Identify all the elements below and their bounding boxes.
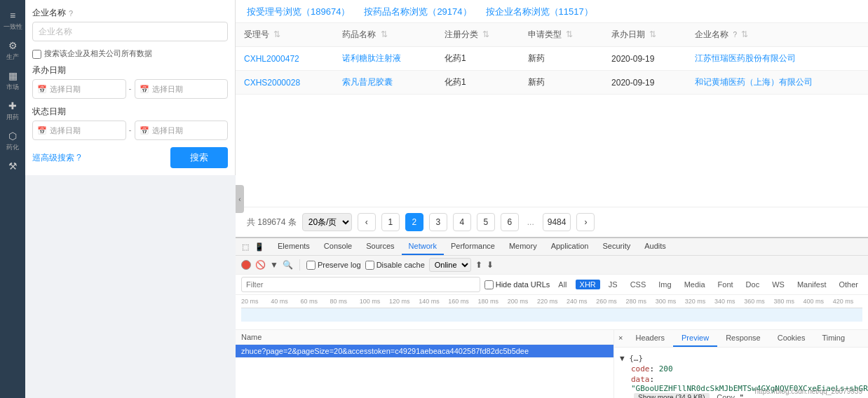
sidebar-item-chemical[interactable]: ⬡ 药化 <box>0 126 25 156</box>
company-name-group: 企业名称 ? <box>32 7 228 41</box>
related-company-checkbox[interactable] <box>32 50 41 59</box>
detail-tab-preview[interactable]: Preview <box>673 330 717 347</box>
page-size-select[interactable]: 20条/页 <box>302 213 352 231</box>
sort-icon-company[interactable]: ⇅ <box>741 29 748 39</box>
cell-company-1: 和记黄埔医药（上海）有限公司 <box>686 71 868 95</box>
search-icon[interactable]: 🔍 <box>283 260 293 270</box>
receipt-link-0[interactable]: CXHL2000472 <box>244 54 299 64</box>
json-line-3: data: "GBooUEZHFllNR0dcSkMJbEMTSw4GXgNQV… <box>631 374 862 398</box>
sidebar-item-production[interactable]: ⚙ 生产 <box>0 36 25 66</box>
detail-tab-headers[interactable]: Headers <box>627 330 673 347</box>
type-btn-css[interactable]: CSS <box>626 280 651 289</box>
related-company-checkbox-row: 搜索该企业及相关公司所有数据 <box>32 48 228 59</box>
show-more-button[interactable]: Show more (34.9 KB) <box>634 393 710 398</box>
filter-icon[interactable]: ▼ <box>270 260 278 270</box>
preserve-log-checkbox[interactable] <box>306 261 316 270</box>
handle-date-end[interactable]: 📅 选择日期 <box>135 79 229 99</box>
page-btn-4[interactable]: 4 <box>453 213 471 231</box>
sort-icon-drug[interactable]: ⇅ <box>381 29 388 39</box>
company-link-0[interactable]: 江苏恒瑞医药股份有限公司 <box>695 53 796 63</box>
handle-date-start[interactable]: 📅 选择日期 <box>32 79 126 99</box>
devtools-tab-performance[interactable]: Performance <box>444 238 502 255</box>
sidebar-label-medication: 用药 <box>6 113 19 122</box>
cell-drugname-0: 诺利糖肽注射液 <box>334 47 436 71</box>
gear-icon: ⚙ <box>8 40 18 51</box>
devtools-tab-network[interactable]: Network <box>402 238 444 255</box>
page-btn-1[interactable]: 1 <box>381 213 400 231</box>
hide-data-urls-checkbox[interactable] <box>484 280 494 289</box>
import-icon[interactable]: ⬆ <box>475 260 482 270</box>
last-page-button[interactable]: 9484 <box>543 213 571 231</box>
status-date-start[interactable]: 📅 选择日期 <box>32 121 126 140</box>
company-col-help-icon[interactable]: ? <box>733 31 738 39</box>
export-icon[interactable]: ⬇ <box>487 260 494 270</box>
devtools-device-icon[interactable]: 📱 <box>254 241 265 252</box>
next-page-button[interactable]: › <box>576 213 595 231</box>
record-button[interactable] <box>241 260 251 270</box>
search-button[interactable]: 搜索 <box>170 147 228 168</box>
disable-cache-checkbox[interactable] <box>365 261 374 270</box>
type-btn-manifest[interactable]: Manifest <box>793 280 831 289</box>
company-help-icon[interactable]: ? <box>69 9 73 18</box>
throttle-select[interactable]: Online <box>429 258 471 272</box>
company-link-1[interactable]: 和记黄埔医药（上海）有限公司 <box>695 77 813 87</box>
devtools-tab-console[interactable]: Console <box>317 238 359 255</box>
sidebar-item-tools[interactable]: ⚒ <box>0 156 25 177</box>
page-btn-5[interactable]: 5 <box>477 213 495 231</box>
collapse-panel-button[interactable]: ‹ <box>236 185 244 213</box>
detail-tab-cookies[interactable]: Cookies <box>769 330 814 347</box>
drugname-link-1[interactable]: 索凡昔尼胶囊 <box>342 77 393 87</box>
sidebar-item-market[interactable]: ▦ 市场 <box>0 66 25 96</box>
tab-by-company[interactable]: 按企业名称浏览（11517） <box>486 6 593 22</box>
sort-icon-regclass[interactable]: ⇅ <box>482 29 489 39</box>
col-handle-date: 承办日期 ⇅ <box>603 23 686 47</box>
drugname-link-0[interactable]: 诺利糖肽注射液 <box>342 53 401 63</box>
tab-by-drug-name[interactable]: 按药品名称浏览（29174） <box>364 6 471 22</box>
preserve-log-label[interactable]: Preserve log <box>306 261 361 270</box>
sort-icon-apptype[interactable]: ⇅ <box>566 29 573 39</box>
disable-cache-label[interactable]: Disable cache <box>365 261 425 270</box>
col-receipt-no: 受理号 ⇅ <box>236 23 334 47</box>
page-btn-6[interactable]: 6 <box>501 213 519 231</box>
advanced-search-link[interactable]: 巡高级搜索 ? <box>32 152 81 164</box>
devtools-tab-security[interactable]: Security <box>595 238 637 255</box>
sidebar-item-medication[interactable]: ✚ 用药 <box>0 96 25 126</box>
copy-button[interactable]: Copy <box>717 393 735 398</box>
devtools-inspect-icon[interactable]: ⬚ <box>240 241 251 252</box>
type-btn-all[interactable]: All <box>554 280 571 289</box>
request-row[interactable]: zhuce?page=2&pageSize=20&accesstoken=c49… <box>236 345 613 358</box>
devtools-tab-application[interactable]: Application <box>544 238 596 255</box>
sort-icon-receipt[interactable]: ⇅ <box>273 29 280 39</box>
devtools-tab-audits[interactable]: Audits <box>637 238 673 255</box>
company-name-input[interactable] <box>32 22 228 41</box>
detail-close-btn[interactable]: × <box>614 330 627 347</box>
page-btn-3[interactable]: 3 <box>429 213 447 231</box>
hide-data-urls-label[interactable]: Hide data URLs <box>484 280 550 289</box>
prev-page-button[interactable]: ‹ <box>358 213 376 231</box>
type-btn-other[interactable]: Other <box>834 280 862 289</box>
devtools-toolbar: 🚫 ▼ 🔍 Preserve log Disable cache Online … <box>236 256 868 275</box>
type-btn-ws[interactable]: WS <box>768 280 789 289</box>
devtools-tab-memory[interactable]: Memory <box>502 238 544 255</box>
filter-bar: Hide data URLs All XHR JS CSS Img Media … <box>236 275 868 295</box>
sort-icon-handledate[interactable]: ⇅ <box>649 29 656 39</box>
type-btn-js[interactable]: JS <box>604 280 622 289</box>
detail-tab-response[interactable]: Response <box>717 330 769 347</box>
devtools-tab-elements[interactable]: Elements <box>271 238 317 255</box>
page-btn-2[interactable]: 2 <box>405 213 423 231</box>
devtools-tab-sources[interactable]: Sources <box>359 238 401 255</box>
type-btn-img[interactable]: Img <box>654 280 675 289</box>
receipt-link-1[interactable]: CXHS2000028 <box>244 78 300 88</box>
detail-tab-timing[interactable]: Timing <box>813 330 853 347</box>
clear-icon[interactable]: 🚫 <box>255 260 266 270</box>
filter-input[interactable] <box>241 277 480 292</box>
sidebar: ≡ 一致性 ⚙ 生产 ▦ 市场 ✚ 用药 ⬡ 药化 ⚒ <box>0 0 25 398</box>
type-btn-font[interactable]: Font <box>714 280 738 289</box>
type-btn-doc[interactable]: Doc <box>742 280 764 289</box>
sidebar-item-consistency[interactable]: ≡ 一致性 <box>0 6 25 36</box>
tl-label-1: 40 ms <box>271 298 300 305</box>
type-btn-xhr[interactable]: XHR <box>576 280 600 289</box>
type-btn-media[interactable]: Media <box>680 280 710 289</box>
status-date-end[interactable]: 📅 选择日期 <box>135 121 229 140</box>
tab-by-receipt[interactable]: 按受理号浏览（189674） <box>247 6 350 22</box>
